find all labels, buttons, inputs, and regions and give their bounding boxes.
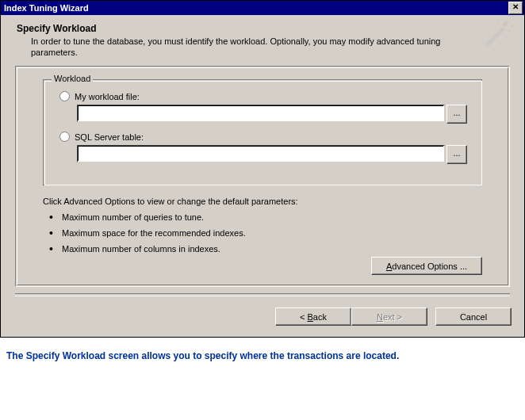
next-button[interactable]: Next > [351,307,427,326]
advanced-options-button[interactable]: Advanced Options ... [371,257,482,275]
bullet-item: Maximum number of columns in indexes. [46,244,482,254]
content-area: Specify Workload In order to tune the da… [1,15,524,307]
workload-file-input[interactable] [77,105,445,122]
advanced-intro: Click Advanced Options to view or change… [43,197,482,206]
radio-sql-table-label: SQL Server table: [75,132,144,142]
group-label: Workload [52,74,93,83]
browse-table-button[interactable]: ... [446,145,467,164]
close-button[interactable]: ✕ [508,2,523,14]
page-subheading: In order to tune the database, you must … [31,36,462,58]
radio-sql-table-input[interactable] [59,132,70,142]
wizard-window: Index Tuning Wizard ✕ Specify Workload I… [0,0,525,338]
radio-workload-file-input[interactable] [59,91,70,101]
svg-point-1 [511,25,513,27]
window-title: Index Tuning Wizard [4,3,89,13]
wizard-wand-icon [481,20,515,48]
back-button[interactable]: < Back [275,307,351,326]
radio-workload-file-label: My workload file: [75,92,140,101]
titlebar: Index Tuning Wizard ✕ [1,1,524,15]
radio-workload-file[interactable]: My workload file: [58,91,467,101]
svg-point-0 [508,30,511,33]
divider [15,293,510,296]
advanced-bullet-list: Maximum number of queries to tune. Maxim… [46,212,482,254]
page-heading: Specify Workload [17,23,510,34]
radio-sql-table[interactable]: SQL Server table: [58,132,467,142]
main-panel: Workload My workload file: ... SQL Serve… [15,66,510,287]
cancel-button[interactable]: Cancel [435,307,512,326]
figure-caption: The Specify Workload screen allows you t… [0,338,525,371]
bullet-item: Maximum space for the recommended indexe… [46,228,482,238]
browse-file-button[interactable]: ... [446,105,467,124]
workload-groupbox: Workload My workload file: ... SQL Serve… [43,79,482,185]
nav-button-row: < Back Next > Cancel [1,307,524,337]
sql-table-input[interactable] [77,145,445,162]
bullet-item: Maximum number of queries to tune. [46,212,482,222]
svg-point-2 [497,22,500,25]
